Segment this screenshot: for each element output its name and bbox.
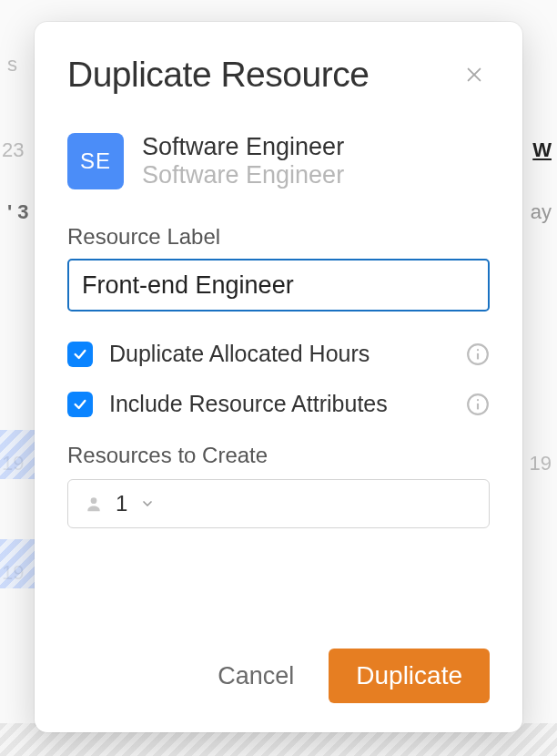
bg-fragment: ay xyxy=(531,200,552,224)
close-icon xyxy=(464,65,484,85)
resource-label-field-label: Resource Label xyxy=(67,224,490,250)
svg-point-4 xyxy=(477,349,479,351)
duplicate-resource-modal: Duplicate Resource SE Software Engineer … xyxy=(35,22,522,732)
resource-avatar: SE xyxy=(67,133,124,189)
info-icon[interactable] xyxy=(466,393,490,416)
check-icon xyxy=(73,346,87,363)
resource-name: Software Engineer xyxy=(142,133,344,161)
bg-fragment: 19 xyxy=(530,452,552,475)
resources-to-create-value: 1 xyxy=(116,491,127,516)
duplicate-hours-option[interactable]: Duplicate Allocated Hours xyxy=(67,341,490,367)
svg-point-7 xyxy=(477,399,479,401)
check-icon xyxy=(73,396,87,413)
person-icon xyxy=(85,495,103,513)
duplicate-hours-label: Duplicate Allocated Hours xyxy=(109,341,450,367)
include-attributes-checkbox[interactable] xyxy=(67,392,93,417)
resource-names: Software Engineer Software Engineer xyxy=(142,133,344,189)
close-button[interactable] xyxy=(459,59,490,90)
modal-title: Duplicate Resource xyxy=(67,55,369,95)
resources-to-create-select[interactable]: 1 xyxy=(67,479,490,528)
duplicate-hours-checkbox[interactable] xyxy=(67,342,93,367)
resources-to-create-label: Resources to Create xyxy=(67,443,490,468)
resource-role: Software Engineer xyxy=(142,161,344,189)
modal-footer: Cancel Duplicate xyxy=(67,649,490,703)
bg-stripe xyxy=(0,539,36,588)
svg-point-8 xyxy=(91,497,97,504)
include-attributes-option[interactable]: Include Resource Attributes xyxy=(67,391,490,417)
bg-fragment: ' 3 xyxy=(7,200,29,224)
bg-stripe xyxy=(0,430,36,479)
bg-fragment: 23 xyxy=(2,138,24,162)
duplicate-button[interactable]: Duplicate xyxy=(329,649,490,703)
bg-fragment: s xyxy=(7,53,17,77)
bg-fragment: W xyxy=(532,138,552,162)
info-icon[interactable] xyxy=(466,342,490,366)
include-attributes-label: Include Resource Attributes xyxy=(109,391,450,417)
resource-label-input[interactable] xyxy=(67,259,490,312)
modal-header: Duplicate Resource xyxy=(67,55,490,95)
resource-summary: SE Software Engineer Software Engineer xyxy=(67,133,490,189)
cancel-button[interactable]: Cancel xyxy=(214,653,298,700)
chevron-down-icon xyxy=(140,496,155,511)
